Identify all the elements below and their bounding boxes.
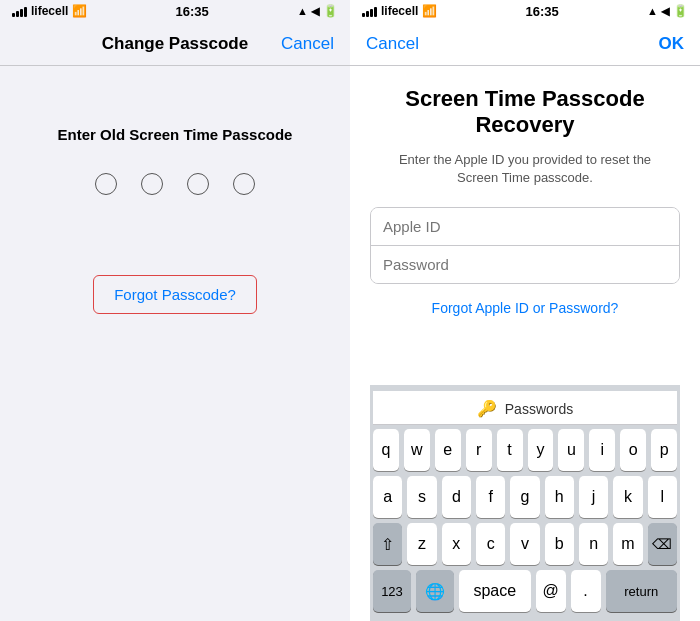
return-key[interactable]: return	[606, 570, 678, 612]
key-e[interactable]: e	[435, 429, 461, 471]
nav-bar-right: Cancel OK	[350, 22, 700, 66]
passwords-label: Passwords	[505, 401, 573, 417]
key-c[interactable]: c	[476, 523, 505, 565]
key-l[interactable]: l	[648, 476, 677, 518]
password-input[interactable]	[371, 246, 679, 283]
key-n[interactable]: n	[579, 523, 608, 565]
time-left: 16:35	[176, 4, 209, 19]
keyboard-row-1: q w e r t y u i o p	[373, 429, 677, 471]
recovery-subtitle: Enter the Apple ID you provided to reset…	[370, 151, 680, 187]
key-m[interactable]: m	[613, 523, 642, 565]
left-panel: lifecell 📶 16:35 ▲ ◀ 🔋 Change Passcode C…	[0, 0, 350, 621]
carrier-right: lifecell 📶	[362, 4, 437, 18]
key-d[interactable]: d	[442, 476, 471, 518]
signal-icon-right	[362, 5, 377, 17]
signal-icon2-right: ▲ ◀	[647, 5, 669, 18]
apple-id-input[interactable]	[371, 208, 679, 246]
key-k[interactable]: k	[613, 476, 642, 518]
shift-key[interactable]: ⇧	[373, 523, 402, 565]
key-a[interactable]: a	[373, 476, 402, 518]
keyboard: 🔑 Passwords q w e r t y u i o p a s d	[370, 385, 680, 621]
key-g[interactable]: g	[510, 476, 539, 518]
passcode-dots	[95, 173, 255, 195]
dot-2	[141, 173, 163, 195]
battery-area-left: ▲ ◀ 🔋	[297, 4, 338, 18]
key-f[interactable]: f	[476, 476, 505, 518]
key-s[interactable]: s	[407, 476, 436, 518]
keyboard-row-2: a s d f g h j k l	[373, 476, 677, 518]
battery-icon-right: 🔋	[673, 4, 688, 18]
nav-title-left: Change Passcode	[102, 34, 248, 54]
time-right: 16:35	[526, 4, 559, 19]
passwords-bar: 🔑 Passwords	[373, 391, 677, 425]
left-content: Enter Old Screen Time Passcode Forgot Pa…	[0, 66, 350, 621]
right-content: Screen Time Passcode Recovery Enter the …	[350, 66, 700, 621]
status-bar-left: lifecell 📶 16:35 ▲ ◀ 🔋	[0, 0, 350, 22]
key-h[interactable]: h	[545, 476, 574, 518]
key-u[interactable]: u	[558, 429, 584, 471]
signal-icon-left	[12, 5, 27, 17]
key-q[interactable]: q	[373, 429, 399, 471]
key-r[interactable]: r	[466, 429, 492, 471]
key-y[interactable]: y	[528, 429, 554, 471]
key-t[interactable]: t	[497, 429, 523, 471]
key-x[interactable]: x	[442, 523, 471, 565]
space-key[interactable]: space	[459, 570, 531, 612]
nav-bar-left: Change Passcode Cancel	[0, 22, 350, 66]
dot-3	[187, 173, 209, 195]
carrier-label-left: lifecell	[31, 4, 68, 18]
signal-icon2-left: ▲ ◀	[297, 5, 319, 18]
delete-key[interactable]: ⌫	[648, 523, 677, 565]
cancel-button-right[interactable]: Cancel	[366, 34, 419, 54]
status-bar-right: lifecell 📶 16:35 ▲ ◀ 🔋	[350, 0, 700, 22]
key-b[interactable]: b	[545, 523, 574, 565]
at-key[interactable]: @	[536, 570, 566, 612]
key-j[interactable]: j	[579, 476, 608, 518]
key-z[interactable]: z	[407, 523, 436, 565]
forgot-passcode-button[interactable]: Forgot Passcode?	[93, 275, 257, 314]
battery-area-right: ▲ ◀ 🔋	[647, 4, 688, 18]
dot-4	[233, 173, 255, 195]
cancel-button-left[interactable]: Cancel	[281, 34, 334, 54]
key-icon: 🔑	[477, 399, 497, 418]
key-v[interactable]: v	[510, 523, 539, 565]
wifi-icon-right: 📶	[422, 4, 437, 18]
globe-key[interactable]: 🌐	[416, 570, 454, 612]
key-w[interactable]: w	[404, 429, 430, 471]
forgot-apple-id-link[interactable]: Forgot Apple ID or Password?	[432, 300, 619, 316]
key-i[interactable]: i	[589, 429, 615, 471]
right-panel: lifecell 📶 16:35 ▲ ◀ 🔋 Cancel OK Screen …	[350, 0, 700, 621]
key-o[interactable]: o	[620, 429, 646, 471]
passcode-label: Enter Old Screen Time Passcode	[58, 126, 293, 143]
numbers-key[interactable]: 123	[373, 570, 411, 612]
battery-icon-left: 🔋	[323, 4, 338, 18]
recovery-title: Screen Time Passcode Recovery	[370, 86, 680, 139]
carrier-left: lifecell 📶	[12, 4, 87, 18]
key-p[interactable]: p	[651, 429, 677, 471]
dot-key[interactable]: .	[571, 570, 601, 612]
carrier-label-right: lifecell	[381, 4, 418, 18]
wifi-icon-left: 📶	[72, 4, 87, 18]
credentials-input-group	[370, 207, 680, 284]
ok-button[interactable]: OK	[659, 34, 685, 54]
dot-1	[95, 173, 117, 195]
keyboard-row-4: 123 🌐 space @ . return	[373, 570, 677, 612]
keyboard-row-3: ⇧ z x c v b n m ⌫	[373, 523, 677, 565]
